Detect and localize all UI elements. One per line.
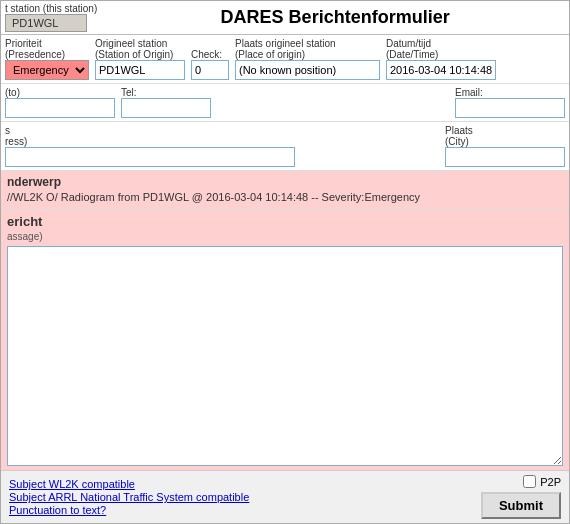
p2p-checkbox[interactable] — [523, 475, 536, 488]
check-input[interactable] — [191, 60, 229, 80]
check-group: Check: — [191, 49, 229, 80]
priority-label: Prioriteit — [5, 38, 89, 49]
datetime-sublabel: (Date/Time) — [386, 49, 496, 60]
message-section: ericht assage) — [1, 210, 569, 470]
city-group: Plaats (City) — [445, 125, 565, 167]
message-label: ericht — [7, 214, 42, 229]
origin-station-sublabel: (Station of Origin) — [95, 49, 185, 60]
priority-group: Prioriteit (Presedence) Emergency Priori… — [5, 38, 89, 80]
check-label: Check: — [191, 49, 229, 60]
to-group: (to) — [5, 87, 115, 118]
p2p-label: P2P — [540, 476, 561, 488]
tel-input[interactable] — [121, 98, 211, 118]
place-group: Plaats origineel station (Place of origi… — [235, 38, 380, 80]
footer-right: P2P Submit — [481, 475, 561, 519]
origin-station-input[interactable] — [95, 60, 185, 80]
wl2k-link[interactable]: Subject WL2K compatible — [9, 478, 249, 490]
subject-section: nderwerp //WL2K O/ Radiogram from PD1WGL… — [1, 171, 569, 210]
city-input[interactable] — [445, 147, 565, 167]
datetime-input[interactable] — [386, 60, 496, 80]
submit-button[interactable]: Submit — [481, 492, 561, 519]
subject-label: nderwerp — [7, 175, 61, 189]
email-input[interactable] — [455, 98, 565, 118]
punctuation-link[interactable]: Punctuation to text? — [9, 504, 249, 516]
city-label: Plaats — [445, 125, 565, 136]
origin-station-group: Origineel station (Station of Origin) — [95, 38, 185, 80]
email-label: Email: — [455, 87, 565, 98]
to-input[interactable] — [5, 98, 115, 118]
to-label: (to) — [5, 87, 115, 98]
datetime-label: Datum/tijd — [386, 38, 496, 49]
form-area: Prioriteit (Presedence) Emergency Priori… — [1, 35, 569, 470]
city-sublabel: (City) — [445, 136, 565, 147]
address-group: s ress) — [5, 125, 295, 167]
footer: Subject WL2K compatible Subject ARRL Nat… — [1, 470, 569, 523]
datetime-group: Datum/tijd (Date/Time) — [386, 38, 496, 80]
tel-label: Tel: — [121, 87, 211, 98]
tel-group: Tel: — [121, 87, 211, 118]
priority-sublabel: (Presedence) — [5, 49, 89, 60]
station-id: PD1WGL — [5, 14, 87, 32]
address-sublabel: ress) — [5, 136, 295, 147]
main-window: t station (this station) PD1WGL DARES Be… — [0, 0, 570, 524]
footer-left: Subject WL2K compatible Subject ARRL Nat… — [9, 478, 249, 516]
to-row: (to) Tel: Email: — [1, 84, 569, 122]
arrl-link-inner[interactable]: National Traffic System — [80, 491, 193, 503]
message-sublabel: assage) — [7, 231, 563, 242]
place-input[interactable] — [235, 60, 380, 80]
subject-value: //WL2K O/ Radiogram from PD1WGL @ 2016-0… — [7, 189, 563, 205]
origin-station-label: Origineel station — [95, 38, 185, 49]
address-label: s — [5, 125, 295, 136]
title-bar: t station (this station) PD1WGL DARES Be… — [1, 1, 569, 35]
email-group: Email: — [455, 87, 565, 118]
address-input[interactable] — [5, 147, 295, 167]
place-sublabel: (Place of origin) — [235, 49, 380, 60]
station-label: t station (this station) — [5, 3, 97, 14]
message-input[interactable] — [7, 246, 563, 466]
header-row: Prioriteit (Presedence) Emergency Priori… — [1, 35, 569, 84]
address-row: s ress) Plaats (City) — [1, 122, 569, 171]
place-label: Plaats origineel station — [235, 38, 380, 49]
priority-select[interactable]: Emergency Priority Welfare Routine — [5, 60, 89, 80]
page-title: DARES Berichtenformulier — [221, 7, 450, 27]
p2p-row: P2P — [523, 475, 561, 488]
arrl-link[interactable]: Subject ARRL National Traffic System com… — [9, 491, 249, 503]
